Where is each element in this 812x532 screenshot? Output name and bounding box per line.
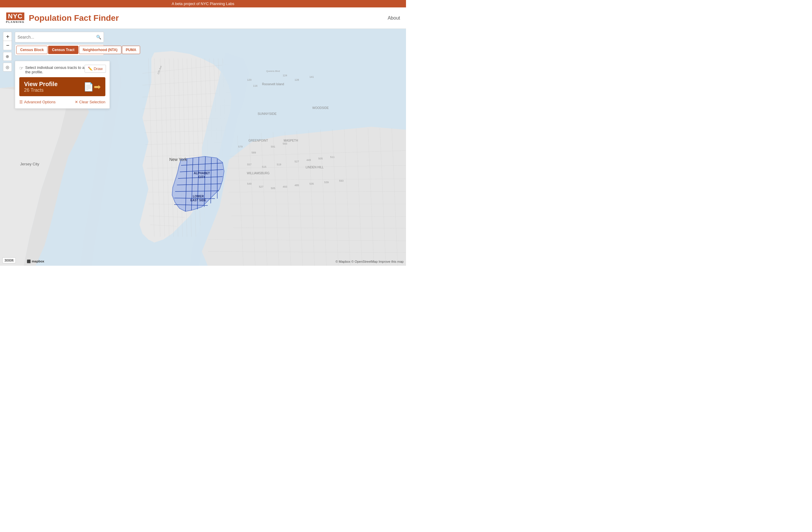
svg-text:511: 511 bbox=[330, 156, 334, 159]
svg-text:519: 519 bbox=[277, 163, 281, 166]
mapbox-logo-text: ⬛ mapbox bbox=[27, 259, 44, 263]
svg-text:120: 120 bbox=[247, 78, 251, 81]
svg-text:WILLIAMSBURG: WILLIAMSBURG bbox=[247, 172, 270, 175]
svg-text:505: 505 bbox=[271, 187, 275, 190]
view-profile-count: 26 Tracts bbox=[24, 88, 58, 93]
mapbox-logo: ⬛ mapbox bbox=[27, 259, 44, 263]
zoom-in-button[interactable]: + bbox=[3, 32, 12, 41]
advanced-options-icon: ☰ bbox=[19, 100, 23, 104]
svg-text:EAST SIDE: EAST SIDE bbox=[190, 199, 206, 202]
search-input[interactable] bbox=[17, 35, 96, 40]
clear-icon: ✕ bbox=[75, 100, 78, 104]
app-header: NYC PLANNING Population Fact Finder Abou… bbox=[0, 8, 406, 29]
draw-label: Draw bbox=[94, 67, 103, 71]
view-profile-text: View Profile 26 Tracts bbox=[24, 81, 58, 93]
svg-text:505: 505 bbox=[318, 157, 323, 160]
svg-text:591: 591 bbox=[271, 145, 275, 148]
svg-text:485: 485 bbox=[294, 184, 299, 187]
svg-text:SUNNYSIDE: SUNNYSIDE bbox=[258, 112, 277, 115]
view-profile-button[interactable]: View Profile 26 Tracts 📄➡ bbox=[19, 77, 105, 96]
svg-text:539: 539 bbox=[324, 181, 329, 184]
nyc-planning-logo: NYC PLANNING bbox=[6, 13, 25, 24]
neighborhood-tab[interactable]: Neighborhood (NTA) bbox=[79, 46, 121, 54]
svg-text:Queens Blvd: Queens Blvd bbox=[266, 70, 280, 72]
svg-text:515: 515 bbox=[262, 166, 266, 168]
svg-text:LOWER: LOWER bbox=[193, 195, 204, 198]
scale-bar: 3000ft bbox=[2, 257, 16, 263]
search-container: 🔍 Census Block Census Tract Neighborhood… bbox=[15, 32, 104, 56]
view-profile-arrow-icon: 📄➡ bbox=[83, 82, 101, 92]
nyc-logo-top: NYC bbox=[6, 13, 24, 20]
svg-text:549: 549 bbox=[247, 182, 251, 185]
svg-text:MASPETH: MASPETH bbox=[284, 139, 298, 142]
svg-text:535: 535 bbox=[309, 182, 314, 185]
map-controls: + − ⊕ ◎ bbox=[3, 32, 12, 72]
zoom-out-button[interactable]: − bbox=[3, 41, 12, 50]
compass-button[interactable]: ⊕ bbox=[3, 52, 12, 61]
svg-text:Roosevelt Island: Roosevelt Island bbox=[262, 83, 284, 86]
draw-button[interactable]: ✏️ Draw bbox=[85, 65, 106, 73]
map-credit-text: © Mapbox © OpenStreetMap bbox=[335, 260, 377, 263]
draw-icon: ✏️ bbox=[88, 67, 92, 71]
nyc-logo-bottom: PLANNING bbox=[6, 21, 25, 24]
beta-banner-text: A beta project of NYC Planning Labs bbox=[172, 1, 234, 6]
advanced-options-label: Advanced Options bbox=[24, 100, 56, 104]
beta-banner: A beta project of NYC Planning Labs bbox=[0, 0, 406, 8]
locate-button[interactable]: ◎ bbox=[3, 63, 12, 72]
census-tract-tab[interactable]: Census Tract bbox=[48, 46, 78, 54]
svg-text:ALPHABET: ALPHABET bbox=[194, 172, 210, 175]
svg-text:589: 589 bbox=[251, 151, 256, 154]
bottom-actions: ☰ Advanced Options ✕ Clear Selection bbox=[19, 100, 105, 104]
map-credit: © Mapbox © OpenStreetMap Improve this ma… bbox=[335, 260, 404, 263]
svg-text:557: 557 bbox=[247, 163, 251, 166]
search-box: 🔍 bbox=[15, 32, 104, 42]
svg-text:493: 493 bbox=[282, 185, 287, 188]
svg-text:527: 527 bbox=[294, 160, 299, 163]
map-container[interactable]: ALPHABET CITY LOWER EAST SIDE New York J… bbox=[0, 29, 406, 266]
select-hand-icon: ☞ bbox=[19, 65, 24, 71]
svg-text:593: 593 bbox=[339, 179, 343, 182]
compass-icon: ⊕ bbox=[6, 54, 9, 59]
svg-text:LINDEN HILL: LINDEN HILL bbox=[306, 166, 324, 169]
zoom-controls: + − bbox=[3, 32, 12, 50]
locate-icon: ◎ bbox=[6, 65, 9, 70]
svg-text:GREENPOINT: GREENPOINT bbox=[248, 139, 268, 142]
geography-tabs: Census Block Census Tract Neighborhood (… bbox=[15, 44, 104, 56]
clear-selection-button[interactable]: ✕ Clear Selection bbox=[75, 100, 105, 104]
selection-panel: ☞ Select individual census tracts to add… bbox=[15, 61, 110, 109]
svg-text:128: 128 bbox=[294, 78, 299, 81]
clear-selection-label: Clear Selection bbox=[79, 100, 105, 104]
census-block-tab[interactable]: Census Block bbox=[16, 46, 47, 54]
svg-text:124: 124 bbox=[282, 74, 287, 77]
svg-text:449: 449 bbox=[306, 159, 311, 161]
header-left: NYC PLANNING Population Fact Finder bbox=[6, 13, 119, 24]
scale-label: 3000ft bbox=[4, 259, 14, 262]
svg-text:527: 527 bbox=[259, 185, 263, 188]
svg-text:579: 579 bbox=[238, 145, 243, 148]
svg-text:116: 116 bbox=[253, 84, 257, 87]
svg-text:Jersey City: Jersey City bbox=[20, 162, 40, 166]
view-profile-label: View Profile bbox=[24, 81, 58, 88]
svg-text:593: 593 bbox=[282, 142, 287, 145]
improve-map-link[interactable]: Improve this map bbox=[379, 260, 404, 263]
svg-text:141: 141 bbox=[309, 75, 314, 78]
puma-tab[interactable]: PUMA bbox=[122, 46, 140, 54]
svg-text:WOODSIDE: WOODSIDE bbox=[312, 106, 329, 110]
svg-text:New York: New York bbox=[169, 157, 187, 162]
svg-text:CITY: CITY bbox=[199, 175, 205, 179]
app-title: Population Fact Finder bbox=[29, 13, 119, 23]
about-link[interactable]: About bbox=[388, 15, 400, 21]
search-icon[interactable]: 🔍 bbox=[96, 35, 101, 40]
advanced-options-button[interactable]: ☰ Advanced Options bbox=[19, 100, 56, 104]
